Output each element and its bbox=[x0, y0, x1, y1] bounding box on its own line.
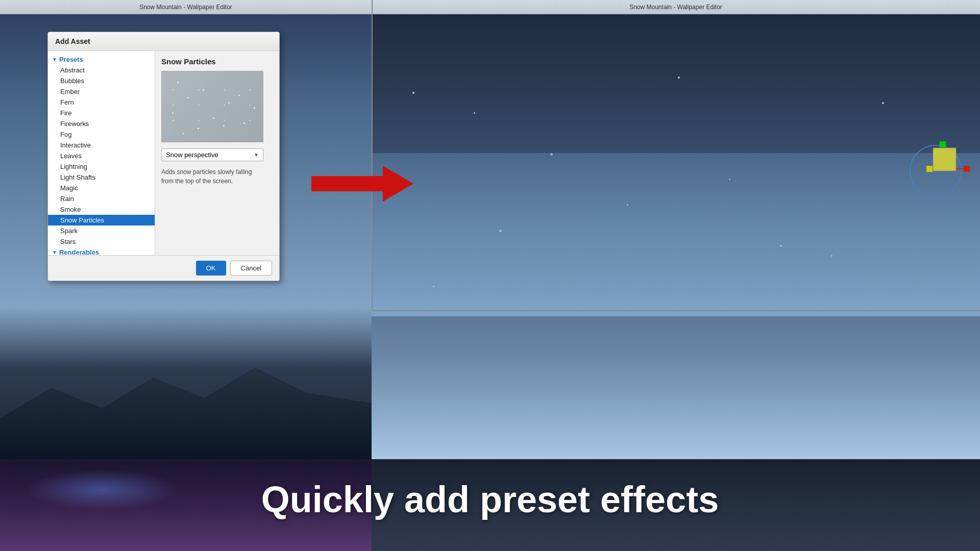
bottom-tagline: Quickly add preset effects bbox=[0, 479, 980, 520]
preview-snow-dot bbox=[172, 112, 174, 114]
lake-reflection bbox=[372, 153, 980, 316]
tree-panel: ▼ Presets Abstract Bubbles Ember Fern Fi… bbox=[48, 51, 155, 255]
svg-marker-8 bbox=[311, 166, 413, 202]
preview-title: Snow Particles bbox=[161, 57, 273, 66]
presets-arrow-icon: ▼ bbox=[52, 57, 57, 62]
list-item-spark[interactable]: Spark bbox=[48, 226, 155, 236]
list-item-fog[interactable]: Fog bbox=[48, 129, 155, 140]
bg-right bbox=[372, 0, 980, 551]
snow-particle bbox=[474, 112, 475, 114]
svg-rect-4 bbox=[964, 166, 970, 172]
list-item-fireworks[interactable]: Fireworks bbox=[48, 118, 155, 129]
preview-panel: Snow Particles bbox=[155, 51, 279, 255]
list-item-fire[interactable]: Fire bbox=[48, 108, 155, 118]
list-item-snow-particles[interactable]: Snow Particles bbox=[48, 215, 155, 226]
dropdown-arrow-icon: ▼ bbox=[254, 152, 259, 158]
snow-particle bbox=[412, 92, 414, 94]
presets-section-header[interactable]: ▼ Presets bbox=[48, 54, 155, 65]
panel-divider bbox=[372, 0, 373, 311]
list-item-bubbles[interactable]: Bubbles bbox=[48, 76, 155, 86]
renderables-section-header[interactable]: ▼ Renderables bbox=[48, 247, 155, 255]
list-item-stars[interactable]: Stars bbox=[48, 236, 155, 247]
list-item-ember[interactable]: Ember bbox=[48, 86, 155, 97]
list-item-interactive[interactable]: Interactive bbox=[48, 140, 155, 151]
title-bar-right: Snow Mountain - Wallpaper Editor bbox=[372, 0, 980, 14]
dropdown-value: Snow perspective bbox=[166, 151, 218, 159]
title-bar-left: Snow Mountain - Wallpaper Editor bbox=[0, 0, 372, 14]
dialog-title: Add Asset bbox=[48, 32, 279, 51]
list-item-rain[interactable]: Rain bbox=[48, 193, 155, 204]
list-item-magic[interactable]: Magic bbox=[48, 183, 155, 193]
preview-snow-dot bbox=[243, 122, 245, 124]
dropdown-container: Snow perspective ▼ bbox=[161, 148, 273, 161]
mountain-left bbox=[0, 306, 372, 459]
preview-snow-dot bbox=[223, 125, 225, 127]
cancel-button[interactable]: Cancel bbox=[230, 261, 272, 276]
presets-label: Presets bbox=[59, 56, 83, 63]
preview-image bbox=[161, 71, 263, 142]
svg-rect-1 bbox=[933, 148, 956, 171]
preview-snow-dot bbox=[187, 97, 189, 98]
list-item-leaves[interactable]: Leaves bbox=[48, 151, 155, 161]
snow-perspective-dropdown[interactable]: Snow perspective ▼ bbox=[161, 148, 263, 161]
preview-description: Adds snow particles slowly falling from … bbox=[161, 167, 263, 186]
preview-snow-dot bbox=[254, 107, 255, 109]
snow-particle bbox=[882, 102, 884, 104]
renderables-label: Renderables bbox=[59, 248, 99, 255]
transform-widget bbox=[902, 130, 980, 213]
add-asset-dialog: Add Asset ▼ Presets Abstract Bubbles Emb… bbox=[47, 32, 280, 281]
preview-snow-dot bbox=[177, 82, 179, 83]
dialog-body: ▼ Presets Abstract Bubbles Ember Fern Fi… bbox=[48, 51, 279, 255]
list-item-lightning[interactable]: Lightning bbox=[48, 161, 155, 172]
renderables-arrow-icon: ▼ bbox=[52, 249, 57, 255]
horiz-divider bbox=[372, 310, 980, 311]
preview-snow-dot bbox=[238, 94, 240, 96]
preview-snow-dot bbox=[228, 102, 230, 104]
list-item-smoke[interactable]: Smoke bbox=[48, 204, 155, 215]
list-item-light-shafts[interactable]: Light Shafts bbox=[48, 172, 155, 183]
preview-snow-dot bbox=[182, 133, 184, 134]
snow-particle bbox=[678, 77, 680, 79]
title-right-text: Snow Mountain - Wallpaper Editor bbox=[629, 4, 722, 11]
ok-button[interactable]: OK bbox=[196, 261, 226, 276]
list-item-fern[interactable]: Fern bbox=[48, 97, 155, 108]
preview-snow-dot bbox=[213, 117, 214, 119]
preview-snow-dot bbox=[203, 89, 204, 91]
title-left-text: Snow Mountain - Wallpaper Editor bbox=[139, 4, 232, 11]
dialog-footer: OK Cancel bbox=[48, 255, 279, 281]
screen: Snow Mountain - Wallpaper Editor Snow Mo… bbox=[0, 0, 980, 551]
preview-snow-dot bbox=[198, 128, 199, 129]
red-arrow bbox=[311, 163, 413, 206]
list-item-abstract[interactable]: Abstract bbox=[48, 65, 155, 76]
